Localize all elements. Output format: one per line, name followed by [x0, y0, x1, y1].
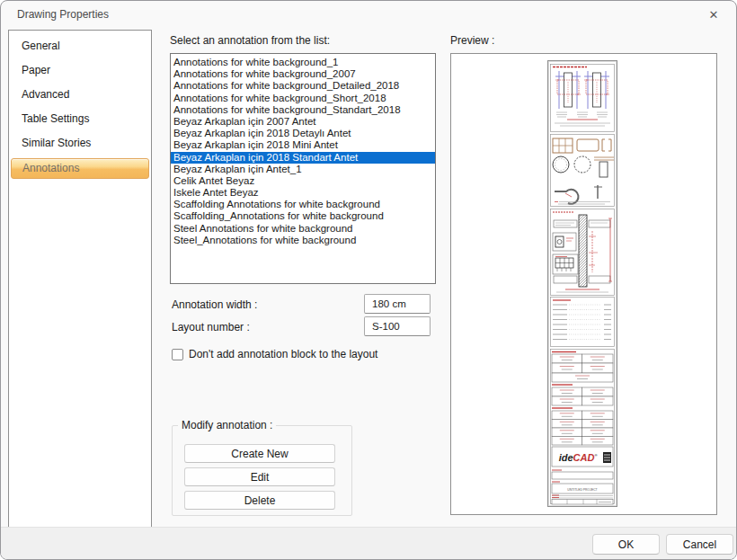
edit-button[interactable]: Edit: [184, 467, 335, 486]
annotation-preview-drawing: ideCAD® UNTITLED PROJECT: [547, 60, 617, 507]
drawing-properties-dialog: Drawing Properties ✕ GeneralPaperAdvance…: [0, 0, 737, 560]
sidebar: GeneralPaperAdvancedTable SettingsSimila…: [8, 30, 152, 528]
list-item[interactable]: Annotations for white background_2007: [173, 68, 435, 80]
annotation-list-label: Select an annotation from the list:: [170, 34, 330, 47]
list-item[interactable]: Annotations for white background_1: [173, 57, 435, 68]
annotation-width-input[interactable]: [364, 294, 431, 314]
sidebar-item-annotations[interactable]: Annotations: [11, 158, 149, 179]
idecad-logo: ideCAD®: [559, 452, 598, 463]
list-item[interactable]: Beyaz Arkaplan için 2007 Antet: [173, 116, 435, 128]
modify-annotation-group: Modify annotation : Create NewEditDelete: [172, 425, 352, 516]
dont-add-annotation-label: Don't add annotation block to the layout: [189, 348, 377, 360]
list-item[interactable]: Scaffolding Annotations for white backgr…: [173, 199, 435, 210]
list-item[interactable]: Annotations for white background_Short_2…: [173, 93, 435, 104]
layout-number-input[interactable]: [364, 316, 431, 336]
list-item[interactable]: Beyaz Arkaplan için 2018 Standart Antet: [171, 152, 435, 164]
preview-panel: ideCAD® UNTITLED PROJECT: [450, 53, 717, 515]
list-item[interactable]: Scaffolding_Annotations for white backgr…: [173, 210, 435, 222]
ok-button[interactable]: OK: [592, 534, 660, 555]
list-item[interactable]: Beyaz Arkaplan için 2018 Detaylı Antet: [173, 128, 435, 139]
list-item[interactable]: Beyaz Arkaplan için 2018 Mini Antet: [173, 139, 435, 151]
list-item[interactable]: Celik Antet Beyaz: [173, 175, 435, 187]
delete-button[interactable]: Delete: [184, 491, 335, 510]
dialog-title: Drawing Properties: [17, 8, 109, 21]
list-item[interactable]: Annotations for white background_Detaile…: [173, 80, 435, 92]
sidebar-item-paper[interactable]: Paper: [9, 58, 151, 83]
layout-number-label: Layout number :: [172, 321, 250, 333]
create-new-button[interactable]: Create New: [184, 444, 335, 463]
list-item[interactable]: Annotations for white background_Standar…: [173, 104, 435, 116]
close-icon[interactable]: ✕: [702, 5, 725, 25]
dialog-footer: OK Cancel: [1, 527, 736, 559]
sidebar-item-table-settings[interactable]: Table Settings: [9, 107, 151, 131]
modify-annotation-legend: Modify annotation :: [178, 419, 276, 431]
annotation-width-label: Annotation width :: [172, 298, 257, 311]
annotation-listbox[interactable]: Annotations for white background_1Annota…: [170, 53, 436, 284]
list-item[interactable]: Iskele Antet Beyaz: [173, 187, 435, 199]
list-item[interactable]: Steel_Annotations for white background: [173, 235, 435, 246]
list-item[interactable]: Steel Annotations for white background: [173, 223, 435, 235]
list-item[interactable]: Beyaz Arkaplan için Antet_1: [173, 164, 435, 175]
sidebar-item-advanced[interactable]: Advanced: [9, 83, 151, 107]
dont-add-annotation-checkbox[interactable]: [172, 349, 183, 360]
sidebar-item-general[interactable]: General: [9, 34, 151, 58]
cancel-button[interactable]: Cancel: [666, 534, 733, 555]
project-title-text: UNTITLED PROJECT: [567, 488, 597, 492]
preview-label: Preview :: [450, 34, 494, 47]
sidebar-item-similar-stories[interactable]: Similar Stories: [9, 131, 151, 156]
